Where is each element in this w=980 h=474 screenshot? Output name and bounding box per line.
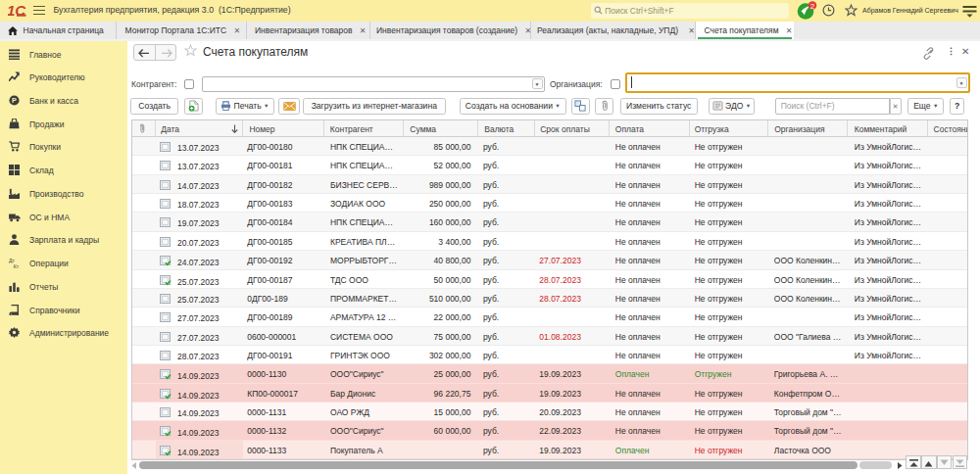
svg-text:P: P xyxy=(12,96,17,105)
svg-text:2: 2 xyxy=(810,2,815,11)
svg-text:Кт: Кт xyxy=(13,263,19,268)
